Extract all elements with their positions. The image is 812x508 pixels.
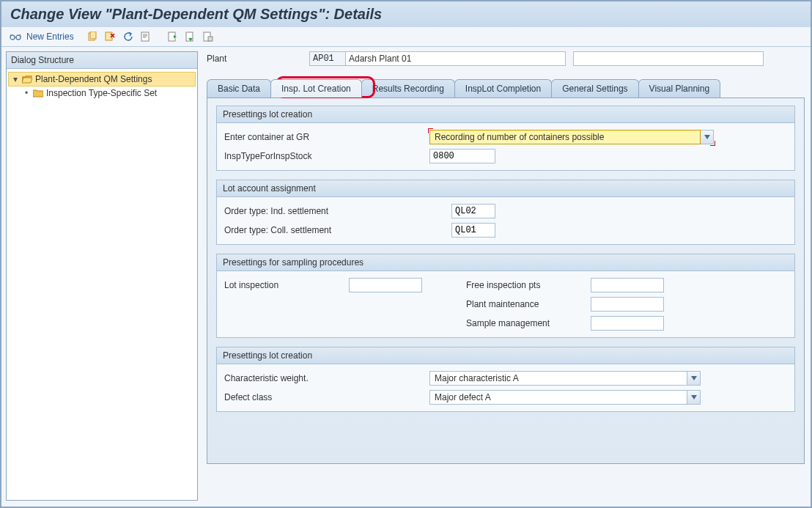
glasses-icon[interactable] bbox=[9, 30, 22, 43]
insp-type-input[interactable] bbox=[429, 149, 495, 163]
sidebar: Dialog Structure ▾ Plant-Dependent QM Se… bbox=[6, 51, 198, 501]
dropdown-value: Major defect A bbox=[429, 390, 687, 405]
main-area: Dialog Structure ▾ Plant-Dependent QM Se… bbox=[1, 47, 811, 501]
tree-item-insp-type[interactable]: • Inspection Type-Specific Set bbox=[8, 86, 196, 100]
group-presettings-lot-creation: Presettings lot creation Enter container… bbox=[216, 106, 795, 171]
chevron-down-icon[interactable] bbox=[687, 371, 701, 386]
defect-class-label: Defect class bbox=[224, 392, 422, 402]
plant-desc: Adarsh Plant 01 bbox=[346, 51, 566, 66]
plant-extra-field[interactable] bbox=[573, 51, 764, 66]
tree-item-label: Plant-Dependent QM Settings bbox=[35, 74, 152, 84]
group-sampling-procedures: Presettings for sampling procedures Lot … bbox=[216, 254, 795, 338]
copy-icon[interactable] bbox=[86, 30, 99, 43]
sidebar-header: Dialog Structure bbox=[7, 52, 197, 69]
ind-settlement-label: Order type: Ind. settlement bbox=[224, 206, 444, 216]
page-next-icon[interactable] bbox=[166, 30, 180, 43]
plant-label: Plant bbox=[207, 54, 309, 64]
page-config-icon[interactable] bbox=[202, 30, 215, 43]
free-insp-pts-label: Free inspection pts bbox=[466, 280, 583, 290]
chevron-down-icon[interactable] bbox=[687, 390, 701, 405]
group-header: Presettings lot creation bbox=[217, 347, 794, 364]
char-weight-label: Characteristic weight. bbox=[224, 373, 422, 383]
tab-content: Presettings lot creation Enter container… bbox=[207, 97, 805, 464]
lot-inspection-input[interactable] bbox=[349, 278, 422, 292]
tab-general-settings[interactable]: General Settings bbox=[551, 79, 638, 97]
new-entries-link[interactable]: New Entries bbox=[26, 32, 74, 42]
tab-insp-lot-creation[interactable]: Insp. Lot Creation bbox=[270, 79, 362, 97]
sample-mgmt-input[interactable] bbox=[591, 316, 664, 331]
svg-rect-9 bbox=[208, 37, 213, 41]
svg-rect-5 bbox=[141, 32, 149, 41]
group-header: Lot account assignment bbox=[217, 180, 794, 197]
plant-row: Plant AP01 Adarsh Plant 01 bbox=[207, 51, 805, 66]
free-insp-pts-input[interactable] bbox=[591, 278, 664, 292]
defect-class-dropdown[interactable]: Major defect A bbox=[429, 390, 701, 405]
coll-settlement-input[interactable] bbox=[451, 223, 495, 238]
svg-rect-3 bbox=[90, 32, 96, 39]
ind-settlement-input[interactable] bbox=[451, 204, 495, 218]
title-bar: Change View "Plant-Dependent QM Settings… bbox=[1, 1, 811, 27]
tab-visual-planning[interactable]: Visual Planning bbox=[638, 79, 721, 97]
tree-item-plant-qm[interactable]: ▾ Plant-Dependent QM Settings bbox=[8, 72, 196, 86]
tree: ▾ Plant-Dependent QM Settings • Inspecti… bbox=[7, 69, 197, 103]
lot-inspection-label: Lot inspection bbox=[224, 280, 342, 290]
tab-basic-data[interactable]: Basic Data bbox=[207, 79, 271, 97]
tree-item-label: Inspection Type-Specific Set bbox=[46, 88, 157, 98]
plant-maintenance-label: Plant maintenance bbox=[466, 299, 583, 309]
insp-type-label: InspTypeForInspStock bbox=[224, 151, 422, 161]
sample-mgmt-label: Sample management bbox=[466, 318, 583, 328]
tree-toggle-icon[interactable]: ▾ bbox=[12, 74, 19, 84]
tab-strip: Basic Data Insp. Lot Creation Results Re… bbox=[207, 79, 805, 97]
tree-bullet-icon: • bbox=[23, 88, 30, 98]
app-window: Change View "Plant-Dependent QM Settings… bbox=[0, 0, 812, 508]
group-header: Presettings for sampling procedures bbox=[217, 254, 794, 271]
dropdown-value: Major characteristic A bbox=[429, 371, 687, 386]
coll-settlement-label: Order type: Coll. settlement bbox=[224, 225, 444, 235]
chevron-down-icon[interactable] bbox=[701, 130, 714, 144]
toolbar: New Entries bbox=[1, 27, 811, 47]
enter-container-label: Enter container at GR bbox=[224, 132, 422, 142]
enter-container-dropdown[interactable]: Recording of number of containers possib… bbox=[429, 130, 714, 144]
plant-code[interactable]: AP01 bbox=[309, 51, 346, 66]
char-weight-dropdown[interactable]: Major characteristic A bbox=[429, 371, 701, 386]
page-icon[interactable] bbox=[139, 30, 152, 43]
tab-results-recording[interactable]: Results Recording bbox=[361, 79, 455, 97]
page-title: Change View "Plant-Dependent QM Settings… bbox=[10, 6, 802, 23]
group-presettings-lot-creation-2: Presettings lot creation Characteristic … bbox=[216, 347, 795, 412]
dropdown-value: Recording of number of containers possib… bbox=[429, 130, 701, 144]
group-header: Presettings lot creation bbox=[217, 106, 794, 123]
undo-icon[interactable] bbox=[121, 30, 134, 43]
delete-icon[interactable] bbox=[103, 30, 117, 43]
plant-maintenance-input[interactable] bbox=[591, 297, 664, 312]
page-down-icon[interactable] bbox=[184, 30, 197, 43]
folder-icon bbox=[33, 89, 43, 97]
folder-open-icon bbox=[22, 76, 32, 84]
group-lot-account-assignment: Lot account assignment Order type: Ind. … bbox=[216, 180, 795, 245]
svg-rect-7 bbox=[186, 32, 193, 41]
content: Plant AP01 Adarsh Plant 01 Basic Data In… bbox=[198, 47, 811, 501]
tab-insplot-completion[interactable]: InspLot Completion bbox=[454, 79, 552, 97]
